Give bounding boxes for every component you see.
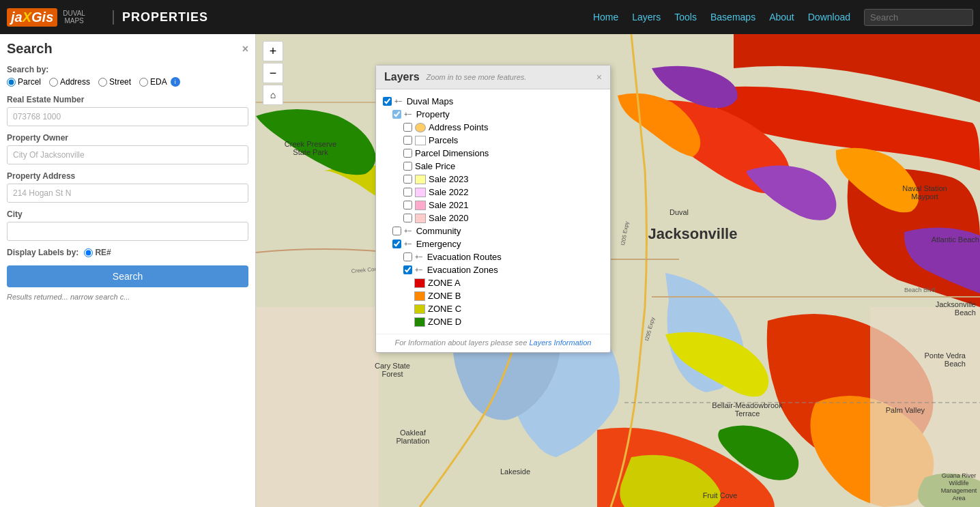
layer-label-zone-d: ZONE D [428,317,461,327]
layer-label-emergency: Emergency [416,239,461,249]
map-canvas: Jacksonville Naval Station Mayport Atlan… [256,34,980,507]
main-area: Search × Search by: Parcel Address Stree… [0,34,980,507]
address-input[interactable] [7,184,248,203]
re-number-label: Real Estate Number [7,95,248,104]
map-controls: + − ⌂ [263,41,283,105]
search-button[interactable]: Search [7,265,248,287]
svg-text:Beach Blvd: Beach Blvd [904,287,936,293]
expand-icon-evac-zones[interactable]: +− [415,266,423,274]
nav-download[interactable]: Download [808,12,850,23]
layers-info-link[interactable]: Layers Information [529,338,591,347]
svg-text:Naval Station: Naval Station [902,184,947,192]
layer-row-zone-c: ZONE C [380,302,606,315]
search-by-radio-group: Parcel Address Street EDA i [7,77,248,87]
svg-text:Palm Valley: Palm Valley [886,406,925,414]
layer-label-duval-maps: Duval Maps [407,96,454,106]
svg-text:Lakeside: Lakeside [500,467,530,476]
eda-info-icon[interactable]: i [171,77,180,87]
expand-icon-property[interactable]: +− [404,111,412,118]
expand-icon-evac-routes[interactable]: +− [415,253,423,261]
zoom-out-button[interactable]: − [263,63,283,83]
layer-checkbox-sale-price[interactable] [403,162,412,171]
city-group: City [7,209,248,241]
radio-parcel[interactable]: Parcel [7,77,41,87]
layer-row-address-points: Address Points [380,121,606,134]
re-number-input[interactable] [7,107,248,126]
expand-icon-duval-maps[interactable]: +− [394,98,403,105]
results-text: Results returned... narrow search c... [7,293,248,301]
layer-label-address-points: Address Points [429,122,488,132]
layer-checkbox-sale-2021[interactable] [403,201,412,209]
nav-home[interactable]: Home [593,12,618,23]
layer-label-sale-2022: Sale 2022 [429,187,469,197]
svg-text:Area: Area [952,495,965,502]
owner-input[interactable] [7,145,248,164]
layer-checkbox-sale-2020[interactable] [403,214,412,222]
nav-basemaps[interactable]: Basemaps [710,12,755,23]
layer-label-zone-a: ZONE A [428,278,461,288]
layer-label-sale-price: Sale Price [415,161,455,171]
app-title: PROPERTIES [113,10,208,25]
layer-checkbox-evac-routes[interactable] [403,252,412,261]
layers-footer-text: For Information about layers please see [395,338,530,347]
search-close-button[interactable]: × [242,43,248,55]
layer-swatch-address-points [415,123,426,132]
layer-row-zone-d: ZONE D [380,315,606,328]
layers-panel: Layers Zoom in to see more features. × +… [375,65,611,353]
svg-text:Jacksonville: Jacksonville [648,225,738,242]
search-panel-title: Search × [7,41,248,57]
layer-checkbox-duval-maps[interactable] [383,97,392,106]
svg-text:Ponte Vedra: Ponte Vedra [924,351,966,360]
search-by-label: Search by: [7,65,248,74]
layer-row-sale-2022: Sale 2022 [380,186,606,199]
owner-group: Property Owner [7,133,248,164]
layer-label-community: Community [416,226,461,236]
layer-checkbox-parcel-dimensions[interactable] [403,149,412,158]
nav-about[interactable]: About [769,12,794,23]
city-input[interactable] [7,222,248,241]
svg-text:Terrace: Terrace [735,409,760,418]
layer-checkbox-sale-2022[interactable] [403,188,412,197]
layer-label-zone-c: ZONE C [428,304,461,314]
radio-street[interactable]: Street [98,77,131,87]
layer-swatch-zone-d [414,317,425,327]
display-labels-label: Display Labels by: [7,248,78,257]
svg-text:Atlantic Beach: Atlantic Beach [932,235,979,244]
layer-checkbox-sale-2023[interactable] [403,175,412,184]
layer-checkbox-parcels[interactable] [403,136,412,145]
svg-text:Guana River: Guana River [942,472,977,479]
layer-checkbox-community[interactable] [392,227,401,235]
top-navigation: jaXGis DUVALMAPS PROPERTIES Home Layers … [0,0,980,34]
expand-icon-emergency[interactable]: +− [404,240,412,248]
display-labels-option[interactable]: RE# [84,248,111,257]
layer-row-sale-price: Sale Price [380,160,606,173]
radio-eda[interactable]: EDA i [139,77,180,87]
layer-swatch-sale-2020 [415,214,426,223]
nav-tools[interactable]: Tools [674,12,697,23]
layer-swatch-sale-2021 [415,201,426,210]
zoom-in-button[interactable]: + [263,41,283,61]
logo-area: jaXGis DUVALMAPS [7,8,85,27]
layer-checkbox-property[interactable] [392,110,401,119]
layer-checkbox-address-points[interactable] [403,123,412,132]
svg-text:Jacksonville: Jacksonville [936,300,976,308]
layers-header: Layers Zoom in to see more features. × [376,66,610,89]
layer-row-sale-2023: Sale 2023 [380,173,606,186]
layer-checkbox-evac-zones[interactable] [403,265,412,274]
expand-icon-community[interactable]: +− [404,227,412,235]
layer-checkbox-emergency[interactable] [392,240,401,248]
svg-text:Beach: Beach [955,308,976,317]
layer-label-sale-2023: Sale 2023 [429,174,469,184]
home-button[interactable]: ⌂ [263,85,283,105]
radio-address[interactable]: Address [49,77,90,87]
svg-text:Forest: Forest [381,370,403,378]
re-number-group: Real Estate Number [7,95,248,126]
nav-layers[interactable]: Layers [632,12,661,23]
layers-close-button[interactable]: × [596,72,602,83]
layer-row-property: +− Property [380,108,606,121]
svg-text:Duval: Duval [669,208,689,216]
layer-swatch-parcels [415,136,426,145]
layer-label-sale-2020: Sale 2020 [429,213,469,223]
nav-search-input[interactable] [864,9,973,26]
map-area[interactable]: Jacksonville Naval Station Mayport Atlan… [256,34,980,507]
